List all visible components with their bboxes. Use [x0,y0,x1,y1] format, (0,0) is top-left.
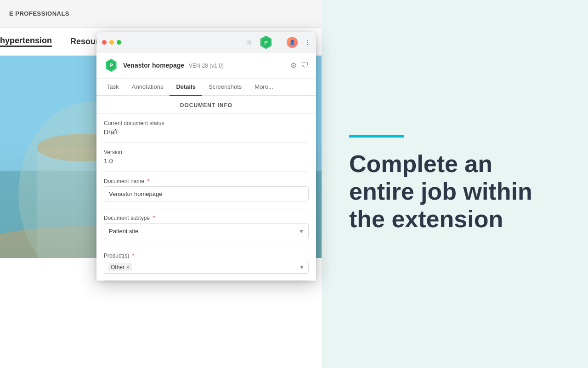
section-title: DOCUMENT INFO [96,96,316,114]
tag-other-label: Other [111,264,124,270]
close-dot[interactable] [102,40,107,45]
accent-bar [349,135,404,138]
browser-dots [102,40,121,45]
ext-header: P Venastor homepage VEN-28 (v1.0) ⚙ 🛡 [96,52,316,79]
version-label: Version [104,149,309,155]
field-version: Version 1.0 [104,143,309,172]
tab-screenshots[interactable]: Screenshots [202,79,248,96]
ext-title-text: Venastor homepage [123,62,184,69]
user-avatar[interactable]: 👤 [287,37,298,48]
browser-toolbar: ☆ P 👤 ⋮ [96,32,316,52]
tag-other: Other × [108,263,132,271]
extension-logo: P [104,58,119,73]
document-name-label: Document name * [104,178,309,184]
document-name-input[interactable] [104,186,309,201]
field-status: Current document status Draft [104,114,309,143]
ext-title-area: Venastor homepage VEN-28 (v1.0) [123,62,286,69]
products-tag-container[interactable]: Other × ▼ [104,261,309,274]
shield-icon[interactable]: 🛡 [301,61,309,70]
bg-nav-hypertension[interactable]: hypertension [0,36,52,47]
status-label: Current document status [104,120,309,126]
products-dropdown-icon[interactable]: ▼ [299,264,305,270]
bookmark-icon[interactable]: ☆ [246,39,252,46]
version-value: 1.0 [104,157,309,165]
field-document-subtype: Document subtype * Patient site Provider… [104,208,309,246]
document-subtype-select[interactable]: Patient site Provider site Internal [104,223,309,239]
ext-title: Venastor homepage VEN-28 (v1.0) [123,62,286,69]
tab-task[interactable]: Task [100,79,125,96]
field-products: Product(s) * Other × ▼ [104,246,309,281]
bg-nav: E PROFESSIONALS [0,0,322,28]
browser-menu-icon[interactable]: ⋮ [304,39,311,46]
right-panel: Complete an entire job within the extens… [322,0,588,368]
ext-tabs: Task Annotations Details Screenshots Mor… [96,79,316,96]
document-subtype-label: Document subtype * [104,215,309,221]
toolbar-divider [280,38,280,46]
tab-more[interactable]: More... [248,79,279,96]
ext-id: VEN-28 (v1.0) [189,63,224,69]
field-document-name: Document name * [104,172,309,208]
document-subtype-wrapper: Patient site Provider site Internal ▼ [104,223,309,239]
document-name-required: * [147,178,149,184]
products-label: Product(s) * [104,253,309,259]
settings-icon[interactable]: ⚙ [290,61,297,70]
minimize-dot[interactable] [109,40,114,45]
tab-details[interactable]: Details [170,79,202,96]
ext-header-icons: ⚙ 🛡 [290,61,309,70]
maximize-dot[interactable] [117,40,121,45]
svg-text:P: P [109,63,113,68]
bg-nav-title: E PROFESSIONALS [9,10,69,17]
browser-window: ☆ P 👤 ⋮ P Venastor homepage VEN- [96,32,316,281]
extension-panel: P Venastor homepage VEN-28 (v1.0) ⚙ 🛡 Ta… [96,52,316,281]
browser-icons-right: ☆ P 👤 ⋮ [246,35,311,50]
tag-other-remove[interactable]: × [126,264,129,270]
marketing-heading: Complete an entire job within the extens… [349,150,560,233]
ext-body: Current document status Draft Version 1.… [96,114,316,281]
extension-logo-browser[interactable]: P [259,35,273,50]
svg-text:P: P [264,40,268,45]
status-value: Draft [104,128,309,136]
tab-annotations[interactable]: Annotations [125,79,170,96]
document-subtype-required: * [153,215,155,221]
products-required: * [132,253,135,259]
